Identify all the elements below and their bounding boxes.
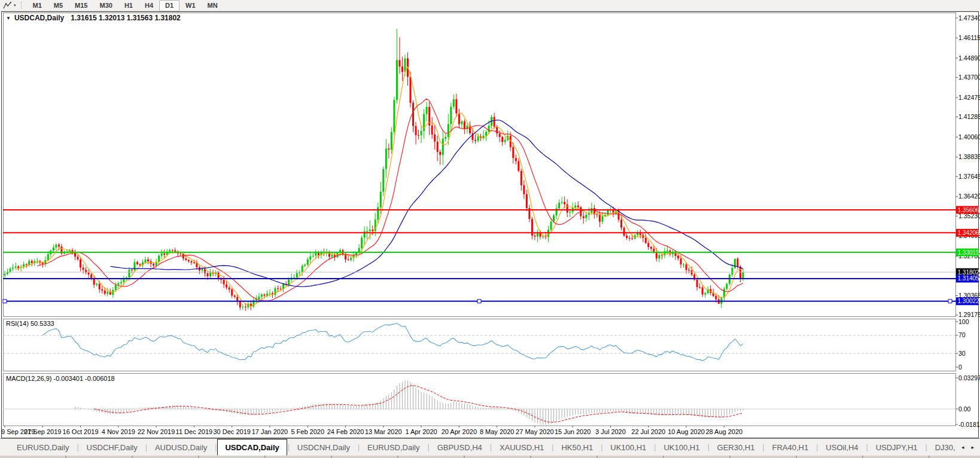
date-label: 3 Jul 2020 — [595, 428, 626, 435]
tf-button-D1[interactable]: D1 — [159, 0, 179, 11]
tf-button-M15[interactable]: M15 — [69, 0, 93, 11]
level-price-label: 1.31802 — [958, 269, 980, 276]
axis-tick-label: 1.46115 — [958, 34, 980, 41]
chart-tab-HK50-H1[interactable]: HK50,H1 — [554, 439, 600, 456]
chart-tabbar: EURUSD,Daily|USDCHF,Daily|AUDUSD,Daily|U… — [0, 438, 980, 456]
tf-button-M30[interactable]: M30 — [93, 0, 118, 11]
date-label: 30 Dec 2019 — [213, 428, 250, 435]
chart-symbol-label: USDCAD,Daily — [14, 14, 64, 22]
axis-tick-label: 0 — [958, 364, 962, 371]
date-label: 4 Nov 2019 — [102, 428, 135, 435]
tf-button-M5[interactable]: M5 — [48, 0, 69, 11]
axis-tick-label: 70 — [958, 331, 966, 338]
axis-tick-label: 1.47340 — [958, 14, 980, 22]
date-label: 8 May 2020 — [480, 428, 514, 435]
chart-dropdown-icon[interactable]: ▼ — [6, 16, 11, 21]
axis-tick-label: 0.00 — [958, 405, 971, 413]
chart-tab-USDCHF-Daily[interactable]: USDCHF,Daily — [80, 439, 145, 456]
chart-canvas[interactable]: 1.473401.461151.448901.437001.424751.412… — [0, 0, 980, 458]
tf-button-H1[interactable]: H1 — [118, 0, 139, 11]
chart-tab-GBPUSD-H4[interactable]: GBPUSD,H4 — [430, 439, 489, 456]
chart-tab-USDCNH-Daily[interactable]: USDCNH,Daily — [290, 439, 357, 456]
level-price-label: 1.34206 — [958, 230, 980, 236]
draw-tool-caret-icon[interactable]: ▾ — [14, 3, 16, 8]
date-label: 22 Nov 2019 — [138, 428, 175, 435]
chart-tab-UK100-H1[interactable]: UK100,H1 — [603, 439, 653, 456]
axis-tick-label: -0.018154 — [958, 421, 980, 428]
axis-tick-label: 1.41285 — [958, 113, 980, 120]
date-label: 20 Apr 2020 — [442, 428, 477, 435]
axis-tick-label: 1.37645 — [958, 173, 980, 180]
macd-indicator-label: MACD(12,26,9) -0.003401 -0.006018 — [6, 375, 115, 382]
level-handle[interactable] — [477, 300, 481, 303]
level-price-label: 1.31405 — [958, 275, 980, 282]
tab-scroll-left-icon[interactable]: ◂ — [961, 444, 964, 450]
indicator-guides — [3, 335, 956, 409]
chart-tab-GER30-H1[interactable]: GER30,H1 — [710, 439, 762, 456]
chart-tab-FRA40-H1[interactable]: FRA40,H1 — [765, 439, 816, 456]
toolbar-grip — [21, 2, 22, 9]
axis-tick-label: 1.40060 — [958, 133, 980, 141]
macd-series — [75, 380, 743, 425]
chart-tab-EURUSD-Daily[interactable]: EURUSD,Daily — [360, 439, 427, 456]
date-label: 22 Jul 2020 — [631, 428, 665, 435]
chart-tabs: EURUSD,Daily|USDCHF,Daily|AUDUSD,Daily|U… — [10, 439, 955, 456]
tf-button-M1[interactable]: M1 — [27, 0, 48, 11]
draw-tool-group[interactable]: ▾ — [0, 0, 17, 11]
chart-tab-USDCAD-Daily[interactable]: USDCAD,Daily — [217, 439, 287, 456]
price-axis[interactable]: 1.473401.461151.448901.437001.424751.412… — [955, 14, 980, 428]
tab-scroll-arrows: ◂ ▸ — [955, 439, 980, 456]
axis-tick-label: 1.44890 — [958, 54, 980, 62]
ma-line-13 — [37, 99, 743, 301]
date-label: 13 Mar 2020 — [365, 428, 402, 435]
level-price-label: 1.35606 — [958, 207, 980, 213]
taskbar-edge-strip — [0, 456, 980, 458]
chart-tab-USOil-H4[interactable]: USOil,H4 — [818, 439, 865, 456]
level-handle[interactable] — [3, 300, 7, 303]
axis-tick-label: 1.36420 — [958, 193, 980, 200]
date-label: 27 Sep 2019 — [24, 428, 61, 435]
rsi-line — [42, 323, 743, 361]
date-label: 28 Aug 2020 — [705, 428, 742, 435]
axis-tick-label: 0.032972 — [958, 374, 980, 381]
chart-tab-AUDUSD-Daily[interactable]: AUDUSD,Daily — [148, 439, 214, 456]
chart-tab-EURUSD-Daily[interactable]: EURUSD,Daily — [10, 439, 76, 456]
top-toolbar: ▾ M1M5M15M30H1H4D1W1MN — [0, 0, 980, 11]
chart-tab-XAUUSD-H1[interactable]: XAUUSD,H1 — [492, 439, 551, 456]
chart-tab-DJ30-Daily[interactable]: DJ30,Daily — [928, 439, 955, 456]
date-label: 10 Aug 2020 — [668, 428, 705, 435]
chart-tab-USDJPY-H1[interactable]: USDJPY,H1 — [869, 439, 925, 456]
chart-ohlc-values: 1.31615 1.32013 1.31563 1.31802 — [71, 14, 181, 22]
tf-button-W1[interactable]: W1 — [179, 0, 202, 11]
chart-tab-UK100-H1[interactable]: UK100,H1 — [656, 439, 707, 456]
timeframe-buttons: M1M5M15M30H1H4D1W1MN — [27, 0, 224, 11]
price-levels[interactable] — [3, 210, 956, 303]
panel-frames — [2, 12, 979, 438]
axis-tick-label: 30 — [958, 350, 966, 357]
level-price-label: 1.30022 — [958, 298, 980, 304]
level-price-label: 1.33011 — [958, 249, 979, 256]
tf-button-MN[interactable]: MN — [202, 0, 224, 11]
date-label: 5 Feb 2020 — [291, 428, 324, 435]
price-level-labels: 1.356061.342061.330111.318021.314051.300… — [956, 206, 979, 306]
date-label: 27 May 2020 — [516, 428, 554, 435]
draw-tool-icon — [3, 1, 12, 10]
tab-scroll-right-icon[interactable]: ▸ — [971, 444, 974, 450]
date-label: 24 Feb 2020 — [327, 428, 364, 435]
date-label: 1 Apr 2020 — [405, 428, 437, 435]
axis-tick-label: 1.43700 — [958, 74, 980, 81]
chart-title: ▼ USDCAD,Daily 1.31615 1.32013 1.31563 1… — [6, 14, 181, 22]
axis-tick-label: 100 — [958, 318, 969, 325]
tf-button-H4[interactable]: H4 — [139, 0, 159, 11]
date-label: 17 Jan 2020 — [252, 428, 288, 435]
date-label: 11 Dec 2019 — [176, 428, 213, 435]
date-label: 16 Oct 2019 — [63, 428, 99, 435]
date-label: 15 Jun 2020 — [555, 428, 591, 435]
moving-averages — [16, 67, 743, 307]
time-axis[interactable]: 9 Sep 201927 Sep 201916 Oct 20194 Nov 20… — [1, 426, 742, 435]
axis-tick-label: 1.42475 — [958, 94, 980, 101]
level-handle[interactable] — [948, 300, 952, 303]
axis-tick-label: 1.38835 — [958, 153, 980, 160]
rsi-indicator-label: RSI(14) 50.5333 — [6, 320, 54, 327]
mt4-window: ▾ M1M5M15M30H1H4D1W1MN 1.473401.461151.4… — [0, 0, 980, 458]
